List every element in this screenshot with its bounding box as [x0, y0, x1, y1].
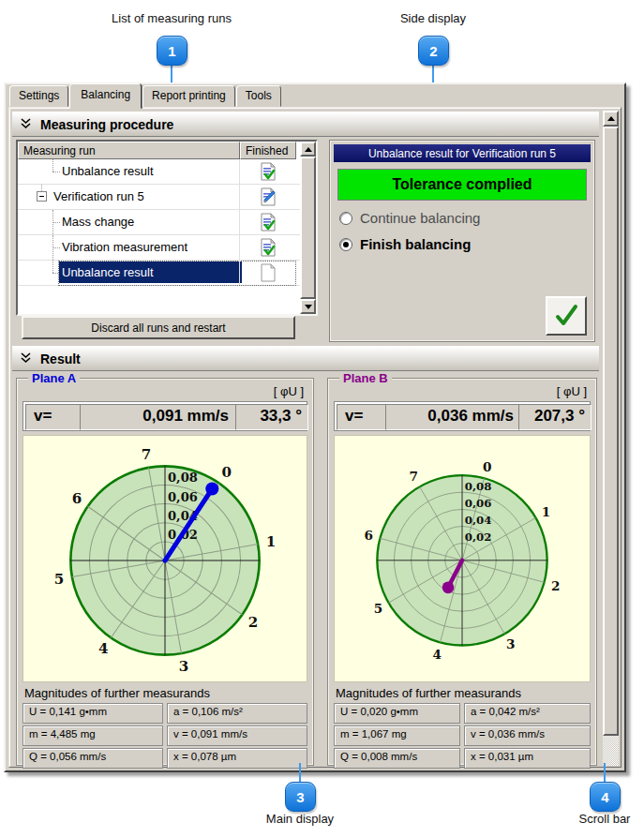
list-item-vibration-measurement[interactable]: Vibration measurement	[18, 235, 300, 261]
svg-text:0: 0	[222, 464, 232, 481]
svg-text:7: 7	[410, 469, 418, 484]
phi-u-label: [ φU ]	[274, 384, 304, 398]
run-list-scrollbar[interactable]	[300, 142, 316, 314]
magnitude-cell-U: U = 0,020 g•mm	[334, 703, 460, 724]
annotation-scroll-bar: Scroll bar	[579, 812, 631, 826]
magnitude-cell-m: m = 4,485 mg	[22, 725, 163, 746]
collapse-chevron-icon	[21, 117, 31, 132]
plane-b-groupbox: Plane B [ φU ] v= 0,036 mm/s 207,3 ° 012…	[327, 378, 597, 766]
svg-text:0: 0	[483, 459, 491, 474]
plane-b-readout: v= 0,036 mm/s 207,3 °	[334, 401, 591, 431]
confirm-button[interactable]	[546, 296, 587, 336]
callout-line-3	[299, 763, 301, 784]
balancing-tab-panel: Measuring procedure Measuring run Finish…	[8, 107, 622, 768]
plane-a-readout: v= 0,091 mm/s 33,3 °	[22, 401, 307, 431]
readout-value: 0,036 mm/s	[385, 404, 522, 430]
readout-symbol: v=	[337, 404, 387, 430]
magnitude-cell-a: a = 0,042 m/s²	[464, 703, 591, 724]
measuring-run-list: Measuring run Finished Unbalance result	[16, 140, 318, 316]
svg-text:7: 7	[142, 446, 152, 463]
list-item-unbalance-result[interactable]: Unbalance result	[18, 159, 300, 185]
svg-text:5: 5	[374, 601, 382, 616]
annotation-main-display: Main display	[266, 812, 334, 826]
plane-a-polar-chart: 012345670,020,040,060,08	[22, 435, 307, 682]
magnitude-cell-v: v = 0,036 mm/s	[464, 725, 591, 746]
collapse-chevron-icon	[21, 351, 31, 366]
annotation-side-display: Side display	[400, 11, 466, 25]
svg-text:2: 2	[248, 614, 259, 631]
side-panel-title: Unbalance result for Verification run 5	[334, 144, 591, 162]
section-header-measuring-procedure[interactable]: Measuring procedure	[12, 112, 599, 137]
callout-line-4	[604, 763, 606, 784]
svg-text:6: 6	[72, 490, 82, 507]
readout-symbol: v=	[25, 404, 82, 430]
callout-badge-4: 4	[590, 782, 621, 812]
run-list-rows: Unbalance result Verification run 5	[18, 159, 300, 314]
svg-text:0,02: 0,02	[465, 531, 492, 544]
svg-text:1: 1	[542, 504, 550, 519]
scrollbar-thumb[interactable]	[300, 157, 316, 299]
callout-badge-3: 3	[285, 782, 316, 812]
tab-tools[interactable]: Tools	[236, 85, 281, 107]
run-list-header: Measuring run Finished	[18, 142, 300, 159]
magnitudes-title: Magnitudes of further measurands	[336, 686, 521, 700]
annotation-list-of-measuring-runs: List of measuring runs	[112, 11, 232, 25]
main-scrollbar[interactable]	[603, 111, 619, 766]
plane-a-groupbox: Plane A [ φU ] v= 0,091 mm/s 33,3 ° 0123…	[16, 378, 314, 766]
radio-finish-balancing[interactable]: Finish balancing	[339, 236, 471, 252]
svg-text:4: 4	[98, 640, 109, 657]
list-item-unbalance-result-selected[interactable]: Unbalance result	[18, 261, 300, 286]
callout-badge-2: 2	[418, 36, 449, 66]
svg-text:2: 2	[551, 578, 560, 593]
down-arrow-icon	[305, 305, 312, 309]
readout-value: 0,091 mm/s	[80, 404, 237, 430]
tab-settings[interactable]: Settings	[9, 85, 68, 107]
scroll-down-button[interactable]	[300, 299, 316, 314]
list-item-mass-change[interactable]: Mass change	[18, 210, 300, 235]
svg-text:5: 5	[54, 571, 65, 588]
plane-b-polar-chart: 012345670,020,040,060,08	[334, 435, 591, 682]
finished-check-icon	[240, 159, 296, 184]
section-title: Result	[40, 351, 81, 366]
magnitude-cell-v: v = 0,091 mm/s	[167, 725, 307, 746]
tree-collapse-box[interactable]	[37, 191, 47, 202]
scroll-up-button[interactable]	[603, 111, 619, 127]
app-window: Settings Balancing Report printing Tools…	[4, 82, 626, 772]
readout-angle: 33,3 °	[235, 404, 308, 430]
plane-b-magnitudes-table: U = 0,020 g•mm a = 0,042 m/s² m = 1,067 …	[334, 703, 591, 769]
svg-text:0,04: 0,04	[465, 514, 492, 527]
magnitude-cell-a: a = 0,106 m/s²	[167, 703, 307, 724]
up-arrow-icon	[607, 116, 615, 121]
tab-bar: Settings Balancing Report printing Tools	[9, 84, 282, 107]
radio-button-icon	[339, 212, 352, 225]
radio-continue-balancing[interactable]: Continue balancing	[339, 210, 480, 226]
magnitude-cell-U: U = 0,141 g•mm	[22, 703, 163, 724]
tolerance-status-banner: Tolerance complied	[337, 169, 587, 201]
in-progress-pen-icon	[240, 185, 296, 209]
magnitude-cell-Q: Q = 0,056 mm/s	[22, 748, 163, 769]
scrollbar-thumb[interactable]	[603, 127, 619, 736]
finished-check-icon	[240, 210, 296, 234]
plane-b-label: Plane B	[339, 371, 392, 385]
column-header-measuring-run[interactable]: Measuring run	[18, 142, 240, 159]
svg-text:0,06: 0,06	[168, 490, 198, 504]
tab-report-printing[interactable]: Report printing	[142, 85, 235, 107]
blank-document-icon	[240, 261, 296, 285]
tab-balancing[interactable]: Balancing	[69, 83, 142, 109]
green-check-icon	[554, 304, 578, 328]
callout-badge-1: 1	[157, 36, 187, 66]
section-title: Measuring procedure	[40, 117, 173, 132]
list-item-verification-run-5[interactable]: Verification run 5	[18, 185, 300, 210]
side-display-panel: Unbalance result for Verification run 5 …	[329, 140, 595, 342]
svg-text:1: 1	[266, 533, 277, 550]
column-header-finished[interactable]: Finished	[240, 142, 296, 159]
section-header-result[interactable]: Result	[12, 346, 599, 371]
svg-text:3: 3	[506, 636, 515, 651]
plane-a-label: Plane A	[28, 371, 80, 385]
scroll-up-button[interactable]	[300, 142, 316, 157]
magnitudes-title: Magnitudes of further measurands	[24, 686, 210, 700]
magnitude-cell-x: x = 0,031 µm	[464, 748, 591, 769]
discard-all-runs-button[interactable]: Discard all runs and restart	[22, 316, 295, 339]
svg-text:4: 4	[433, 647, 442, 662]
svg-text:3: 3	[179, 658, 189, 675]
